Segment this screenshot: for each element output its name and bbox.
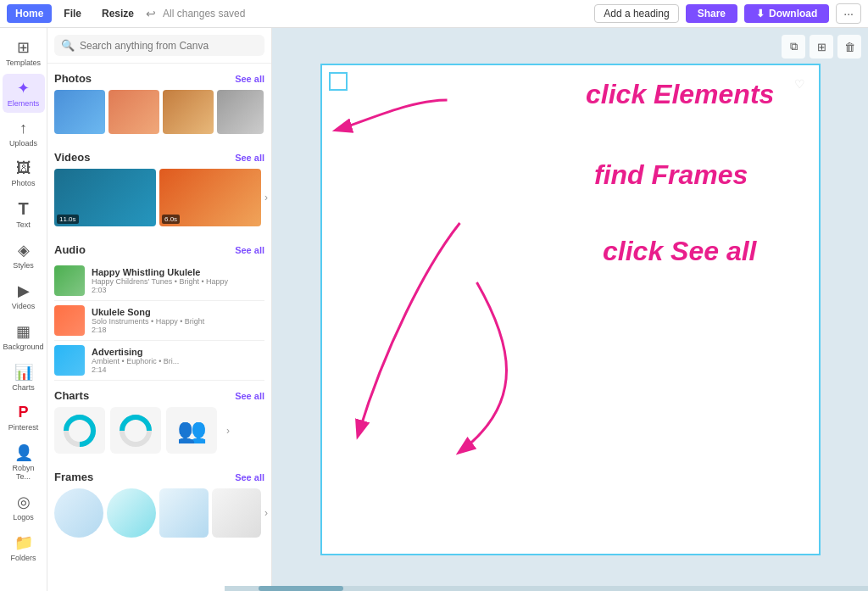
frames-section: Frames See all ›	[54, 462, 264, 538]
photos-section: Photos See all ›	[54, 64, 264, 134]
photos-section-header: Photos See all	[54, 64, 264, 90]
video-badge-1: 11.0s	[57, 215, 79, 224]
audio-see-all[interactable]: See all	[235, 245, 264, 255]
audio-thumb-2	[54, 305, 85, 336]
background-icon: ▦	[16, 322, 31, 341]
videos-scroll-right[interactable]: ›	[264, 169, 268, 226]
robyn-icon: 👤	[14, 443, 33, 462]
sidebar-label-background: Background	[3, 343, 43, 351]
templates-icon: ⊞	[17, 38, 30, 57]
photo-thumb-2[interactable]	[108, 90, 159, 134]
frames-label: Frames	[54, 471, 93, 483]
photos-icon: 🖼	[16, 159, 31, 177]
frame-circle-2[interactable]	[107, 488, 156, 538]
photo-thumb-1[interactable]	[54, 90, 105, 134]
sidebar-label-videos: Videos	[12, 302, 35, 310]
photo-thumb-4[interactable]	[217, 90, 264, 134]
sidebar-item-videos[interactable]: ▶ Videos	[3, 276, 45, 315]
more-options-button[interactable]: ···	[836, 3, 861, 24]
text-icon: T	[18, 199, 28, 219]
videos-see-all[interactable]: See all	[235, 153, 264, 163]
chart-people[interactable]: 👥	[166, 407, 217, 454]
chart-donut-1[interactable]	[54, 407, 105, 454]
elements-icon: ✦	[17, 79, 30, 98]
video-thumb-1[interactable]: 11.0s	[54, 169, 156, 226]
canvas-like-button[interactable]: ♡	[788, 72, 812, 96]
frame-circle-1[interactable]	[54, 488, 103, 538]
videos-label: Videos	[54, 151, 90, 164]
sidebar-item-styles[interactable]: ◈ Styles	[3, 236, 45, 275]
photos-label: Photos	[54, 72, 92, 85]
frame-rect-1[interactable]	[159, 488, 209, 538]
sidebar-item-uploads[interactable]: ↑ Uploads	[3, 114, 45, 153]
frame-rect-2[interactable]	[212, 488, 261, 538]
sidebar-label-robyn: Robyn Te...	[6, 464, 42, 481]
audio-label: Audio	[54, 243, 86, 256]
frames-row: ›	[54, 488, 264, 538]
sidebar-item-text[interactable]: T Text	[3, 194, 45, 234]
sidebar-item-logos[interactable]: ◎ Logos	[3, 488, 45, 527]
audio-section-header: Audio See all	[54, 235, 264, 261]
top-navigation: Home File Resize ↩ All changes saved Add…	[0, 0, 868, 28]
sidebar-item-charts[interactable]: 📊 Charts	[3, 358, 45, 397]
canvas-copy-button[interactable]: ⧉	[782, 35, 805, 59]
photos-row: ›	[54, 90, 264, 134]
videos-section-header: Videos See all	[54, 142, 264, 169]
frames-scroll-right[interactable]: ›	[264, 488, 268, 538]
audio-section: Audio See all Happy Whistling Ukulele Ha…	[54, 235, 264, 381]
charts-icon: 📊	[14, 363, 33, 382]
audio-meta-3: Ambient • Euphoric • Bri...	[92, 357, 264, 365]
canvas-top-tools: ⧉ ⊞ 🗑	[782, 35, 861, 59]
add-heading-button[interactable]: Add a heading	[594, 4, 678, 23]
charts-see-all[interactable]: See all	[235, 391, 264, 401]
sidebar-item-background[interactable]: ▦ Background	[3, 317, 45, 356]
audio-title-2: Ukulele Song	[92, 307, 264, 317]
search-input[interactable]	[80, 40, 258, 52]
charts-scroll-right[interactable]: ›	[222, 407, 234, 454]
audio-item-3[interactable]: Advertising Ambient • Euphoric • Bri... …	[54, 341, 264, 381]
charts-label: Charts	[54, 389, 89, 402]
sidebar-item-photos[interactable]: 🖼 Photos	[3, 154, 45, 192]
search-icon: 🔍	[61, 39, 75, 52]
sidebar-label-styles: Styles	[13, 261, 34, 270]
sidebar-item-pinterest[interactable]: P Pinterest	[3, 399, 45, 437]
video-badge-2: 6.0s	[162, 215, 180, 224]
white-canvas[interactable]: ♡	[320, 64, 821, 555]
download-button[interactable]: ⬇ Download	[744, 4, 829, 23]
undo-button[interactable]: ↩	[146, 7, 156, 20]
audio-item-1[interactable]: Happy Whistling Ukulele Happy Childrens'…	[54, 261, 264, 301]
sidebar-item-templates[interactable]: ⊞ Templates	[3, 33, 45, 72]
audio-item-2[interactable]: Ukulele Song Solo Instruments • Happy • …	[54, 301, 264, 341]
photos-see-all[interactable]: See all	[235, 74, 264, 84]
saved-status: All changes saved	[163, 8, 591, 20]
chart-donut-2[interactable]	[110, 407, 161, 454]
sidebar-label-uploads: Uploads	[9, 139, 37, 148]
video-thumb-2[interactable]: 6.0s	[159, 169, 261, 226]
audio-info-1: Happy Whistling Ukulele Happy Childrens'…	[92, 267, 264, 294]
canvas-delete-button[interactable]: 🗑	[837, 35, 861, 59]
panel-content: Photos See all › Videos See all	[47, 64, 271, 591]
file-button[interactable]: File	[55, 4, 90, 23]
resize-button[interactable]: Resize	[93, 4, 142, 23]
icon-sidebar: ⊞ Templates ✦ Elements ↑ Uploads 🖼 Photo…	[0, 28, 47, 591]
sidebar-item-elements[interactable]: ✦ Elements	[3, 74, 45, 113]
home-button[interactable]: Home	[7, 4, 52, 23]
photo-thumb-3[interactable]	[163, 90, 214, 134]
bottom-scrollbar[interactable]	[225, 586, 868, 591]
videos-icon: ▶	[18, 282, 30, 300]
sidebar-item-robyn[interactable]: 👤 Robyn Te...	[3, 438, 45, 486]
donut-svg-1	[61, 412, 98, 449]
videos-row: 11.0s 6.0s ›	[54, 169, 264, 226]
main-layout: ⊞ Templates ✦ Elements ↑ Uploads 🖼 Photo…	[0, 28, 868, 591]
canvas-grid-button[interactable]: ⊞	[810, 35, 833, 59]
uploads-icon: ↑	[19, 120, 27, 137]
audio-info-3: Advertising Ambient • Euphoric • Bri... …	[92, 347, 264, 374]
sidebar-label-folders: Folders	[10, 554, 36, 562]
frames-see-all[interactable]: See all	[235, 472, 264, 482]
sidebar-item-folders[interactable]: 📁 Folders	[3, 528, 45, 567]
charts-row: 👥 ›	[54, 407, 264, 454]
search-box[interactable]: 🔍	[54, 35, 264, 56]
share-button[interactable]: Share	[686, 4, 737, 23]
sidebar-label-text: Text	[16, 220, 31, 229]
audio-info-2: Ukulele Song Solo Instruments • Happy • …	[92, 307, 264, 334]
